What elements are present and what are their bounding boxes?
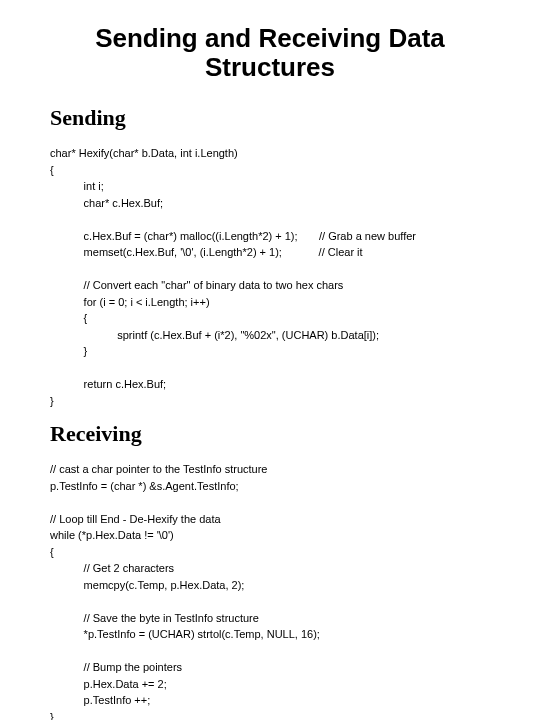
page-title: Sending and Receiving Data Structures bbox=[50, 24, 490, 81]
sending-code-block: char* Hexify(char* b.Data, int i.Length)… bbox=[50, 145, 490, 409]
receiving-code-block: // cast a char pointer to the TestInfo s… bbox=[50, 461, 490, 720]
receiving-header: Receiving bbox=[50, 421, 490, 447]
sending-header: Sending bbox=[50, 105, 490, 131]
